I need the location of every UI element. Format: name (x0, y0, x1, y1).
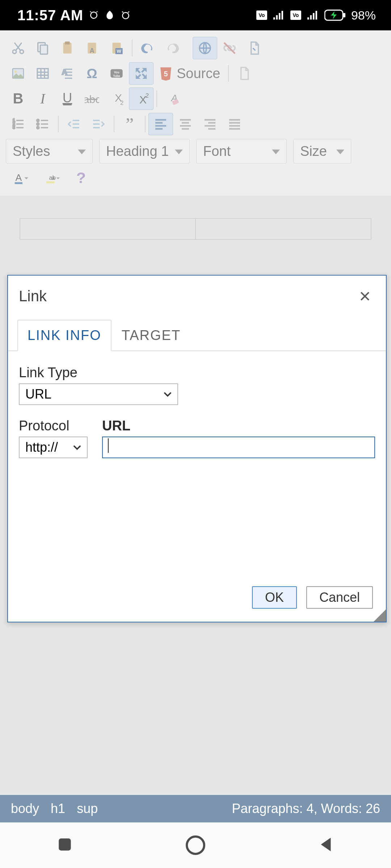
styles-label: Styles (13, 144, 50, 159)
maximize-icon[interactable] (129, 62, 154, 85)
path-sup[interactable]: sup (77, 801, 98, 816)
paste-word-icon[interactable]: W (104, 37, 129, 59)
volte1-icon: Vo (256, 10, 267, 20)
status-strip: body h1 sup Paragraphs: 4, Words: 26 (0, 795, 391, 822)
chevron-down-icon (272, 148, 280, 156)
url-input[interactable] (102, 437, 375, 458)
table-row (20, 218, 371, 240)
volte2-icon: Vo (290, 10, 301, 20)
unlink-icon[interactable] (217, 37, 242, 59)
svg-point-22 (14, 71, 17, 73)
omega-icon[interactable]: Ω (80, 62, 104, 85)
word-count: Paragraphs: 4, Words: 26 (232, 801, 380, 816)
svg-line-20 (224, 43, 235, 54)
bold-icon[interactable]: B (6, 88, 30, 110)
svg-text:B: B (13, 92, 24, 106)
redo-icon[interactable] (160, 37, 185, 59)
path-h1[interactable]: h1 (51, 801, 65, 816)
subscript-icon[interactable]: X2 (104, 88, 129, 110)
paste-text-icon[interactable]: A (80, 37, 104, 59)
svg-rect-50 (15, 182, 22, 184)
copy-icon[interactable] (30, 37, 55, 59)
svg-text:?: ? (76, 171, 86, 186)
svg-text:2: 2 (120, 99, 123, 106)
outdent-icon[interactable] (62, 113, 86, 135)
svg-text:You: You (114, 71, 119, 74)
unordered-list-icon[interactable] (30, 113, 55, 135)
strike-icon[interactable]: abc (80, 88, 104, 110)
svg-text:”: ” (126, 117, 134, 131)
text-cursor (108, 438, 109, 453)
superscript-icon[interactable]: X2 (129, 88, 154, 110)
youtube-icon[interactable]: YouTube (104, 62, 129, 85)
protocol-select[interactable]: http:// (19, 437, 88, 458)
image-icon[interactable] (6, 62, 30, 85)
underline-icon[interactable]: U (55, 88, 80, 110)
source-label: Source (177, 66, 220, 81)
indent-icon[interactable] (86, 113, 111, 135)
font-dropdown[interactable]: Font (196, 139, 287, 163)
help-icon[interactable]: ? (69, 167, 93, 190)
undo-icon[interactable] (135, 37, 160, 59)
size-label: Size (300, 144, 327, 159)
path-body[interactable]: body (11, 801, 39, 816)
new-page-icon[interactable] (232, 62, 256, 85)
tab-target[interactable]: TARGET (112, 320, 191, 351)
protocol-value: http:// (25, 440, 58, 455)
editor-canvas[interactable] (0, 196, 391, 240)
svg-text:3: 3 (13, 125, 15, 129)
globe-icon[interactable] (193, 37, 217, 59)
close-button[interactable] (354, 284, 376, 308)
size-dropdown[interactable]: Size (293, 139, 351, 163)
text-color-icon[interactable]: A (6, 167, 36, 190)
svg-rect-52 (46, 181, 55, 183)
svg-text:W: W (117, 48, 121, 54)
battery-percent: 98% (351, 8, 376, 22)
svg-rect-54 (59, 838, 71, 850)
align-left-icon[interactable] (148, 113, 173, 135)
svg-rect-11 (40, 45, 47, 54)
svg-point-45 (37, 119, 39, 122)
dialog-tabs: LINK INFO TARGET (8, 319, 386, 351)
recent-apps-button[interactable] (56, 835, 74, 855)
ok-button[interactable]: OK (252, 586, 297, 609)
html5-icon: 5 (159, 66, 173, 81)
close-icon (359, 290, 371, 302)
bg-color-icon[interactable]: ab (36, 167, 69, 190)
paragraph-dropdown[interactable]: Heading 1 (99, 139, 190, 163)
chevron-down-icon (78, 148, 86, 156)
paste-icon[interactable] (55, 37, 80, 59)
svg-point-47 (37, 127, 39, 129)
svg-text:Tube: Tube (113, 74, 120, 78)
back-button[interactable] (317, 835, 335, 855)
source-button[interactable]: 5 Source (154, 62, 225, 85)
link-type-select[interactable]: URL (19, 383, 178, 405)
editor-app: A W A Ω YouTube 5 Source (0, 30, 391, 822)
erase-format-icon[interactable]: A (160, 88, 185, 110)
leaf-icon (104, 10, 115, 21)
resize-grip-icon[interactable] (374, 609, 386, 622)
table-icon[interactable] (30, 62, 55, 85)
svg-text:5: 5 (164, 70, 168, 78)
align-right-icon[interactable] (198, 113, 222, 135)
line-height-icon[interactable]: A (55, 62, 80, 85)
tab-link-info[interactable]: LINK INFO (17, 320, 112, 351)
svg-text:A: A (89, 47, 94, 54)
styles-dropdown[interactable]: Styles (6, 139, 93, 163)
svg-text:Ω: Ω (87, 66, 97, 81)
cut-icon[interactable] (6, 37, 30, 59)
cancel-button[interactable]: Cancel (306, 586, 373, 609)
svg-text:2: 2 (146, 92, 148, 99)
status-bar: 11:57 AM Vo Vo 98% (0, 0, 391, 30)
chevron-down-icon (336, 148, 344, 156)
element-path[interactable]: body h1 sup (11, 801, 106, 816)
italic-icon[interactable]: I (30, 88, 55, 110)
ordered-list-icon[interactable]: 123 (6, 113, 30, 135)
page-break-icon[interactable] (242, 37, 266, 59)
align-center-icon[interactable] (173, 113, 198, 135)
dialog-title: Link (19, 288, 47, 305)
home-button[interactable] (186, 835, 205, 855)
blockquote-icon[interactable]: ” (117, 113, 142, 135)
align-justify-icon[interactable] (222, 113, 247, 135)
paragraph-label: Heading 1 (106, 144, 169, 159)
